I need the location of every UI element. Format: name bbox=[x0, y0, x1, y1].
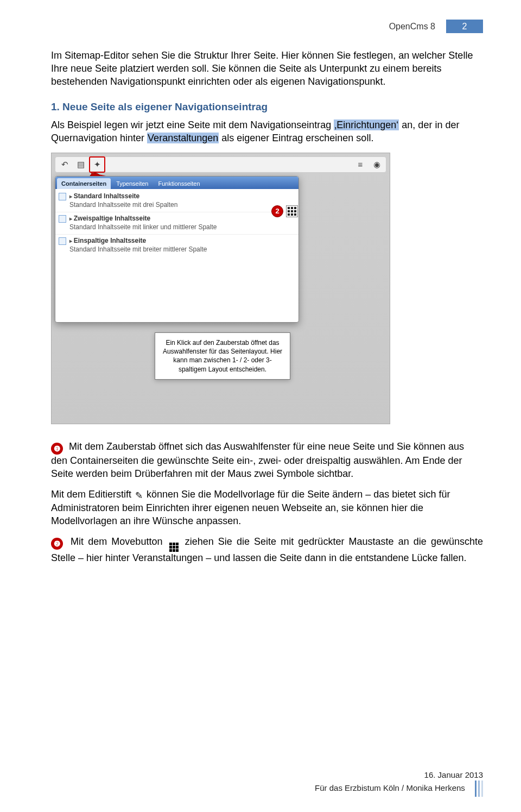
pencil-text-before: Mit dem Editierstift bbox=[51, 489, 134, 500]
list-item[interactable]: Zweispaltige Inhaltsseite Standard Inhal… bbox=[55, 212, 298, 235]
page-number-badge: 2 bbox=[446, 20, 483, 33]
footer-decoration-icon bbox=[475, 780, 483, 797]
ui-toolbar: ↶ ▤ ✦ ≡ ◉ bbox=[55, 156, 386, 173]
tab-funktionsseiten[interactable]: Funktionsseiten bbox=[154, 178, 204, 190]
highlight-veranstaltungen: Veranstaltungen bbox=[147, 133, 219, 143]
footer-credit: Für das Erzbistum Köln / Monika Herkens bbox=[315, 783, 465, 792]
list-item[interactable]: Einspaltige Inhaltsseite Standard Inhalt… bbox=[55, 235, 298, 256]
step-number-2-icon: ❷ bbox=[51, 538, 63, 550]
item-title: Einspaltige Inhaltsseite bbox=[69, 237, 294, 246]
item-subtitle: Standard Inhaltsseite mit drei Spalten bbox=[69, 201, 294, 210]
page-type-icon bbox=[59, 193, 66, 200]
clipboard-icon[interactable]: ▤ bbox=[76, 160, 86, 169]
move-button-icon bbox=[169, 543, 179, 552]
page-footer: 16. Januar 2013 Für das Erzbistum Köln /… bbox=[51, 770, 483, 797]
page-header: OpenCms 8 2 bbox=[51, 20, 483, 33]
highlight-einrichtungen: ‚Einrichtungen‘ bbox=[334, 119, 399, 130]
page-type-icon bbox=[59, 237, 66, 245]
section-paragraph: Als Beispiel legen wir jetzt eine Seite … bbox=[51, 119, 483, 145]
wand-icon[interactable]: ✦ bbox=[92, 160, 102, 169]
footer-date: 16. Januar 2013 bbox=[51, 770, 483, 780]
section-heading: 1. Neue Seite als eigener Navigationsein… bbox=[51, 100, 483, 114]
item-title: Zweispaltige Inhaltsseite bbox=[69, 215, 294, 223]
menu-icon[interactable]: ≡ bbox=[355, 160, 365, 169]
step-1-text: Mit dem Zauberstab öffnet sich das Auswa… bbox=[51, 441, 464, 479]
list-item[interactable]: Standard Inhaltsseite Standard Inhaltsse… bbox=[55, 190, 298, 212]
move-handle-icon[interactable] bbox=[286, 205, 298, 217]
item-subtitle: Standard Inhaltsseite mit linker und mit… bbox=[69, 223, 294, 232]
callout-box: Ein Klick auf den Zauberstab öffnet das … bbox=[155, 332, 290, 380]
header-title: OpenCms 8 bbox=[389, 21, 435, 32]
page-type-icon bbox=[59, 215, 66, 223]
toolbar-left-group: ↶ ▤ ✦ bbox=[60, 160, 102, 169]
popup-tabs: Containerseiten Typenseiten Funktionssei… bbox=[55, 177, 298, 190]
popup-list: Standard Inhaltsseite Standard Inhaltsse… bbox=[55, 189, 298, 257]
step-number-1-icon: ❶ bbox=[51, 443, 63, 455]
pencil-icon: ✎ bbox=[135, 490, 143, 502]
layout-popup: Containerseiten Typenseiten Funktionssei… bbox=[55, 176, 299, 323]
item-title: Standard Inhaltsseite bbox=[69, 192, 294, 201]
wand-highlight-box bbox=[89, 156, 105, 173]
paragraph-step-1: ❶ Mit dem Zauberstab öffnet sich das Aus… bbox=[51, 440, 483, 481]
tab-typenseiten[interactable]: Typenseiten bbox=[112, 178, 153, 190]
tab-containerseiten[interactable]: Containerseiten bbox=[57, 178, 111, 190]
popup-empty bbox=[55, 257, 298, 322]
section-text-1: Als Beispiel legen wir jetzt eine Seite … bbox=[51, 119, 334, 130]
toolbar-right-group: ≡ ◉ bbox=[355, 160, 382, 169]
section-text-3: als eigener Eintrag erscheinen soll. bbox=[219, 133, 373, 143]
annotation-badge-2: 2 bbox=[271, 205, 283, 217]
target-icon[interactable]: ◉ bbox=[372, 160, 382, 169]
item-subtitle: Standard Inhaltsseite mit breiter mittle… bbox=[69, 246, 294, 254]
screenshot-figure: ↶ ▤ ✦ ≡ ◉ 1 Containerseiten Typenseiten … bbox=[51, 153, 390, 424]
step-2-before: Mit dem Movebutton bbox=[66, 536, 167, 547]
paragraph-pencil: Mit dem Editierstift ✎ können Sie die Mo… bbox=[51, 488, 483, 528]
intro-paragraph: Im Sitemap-Editor sehen Sie die Struktur… bbox=[51, 49, 483, 88]
paragraph-step-2: ❷ Mit dem Movebutton ziehen Sie die Seit… bbox=[51, 536, 483, 565]
back-icon[interactable]: ↶ bbox=[60, 160, 69, 169]
